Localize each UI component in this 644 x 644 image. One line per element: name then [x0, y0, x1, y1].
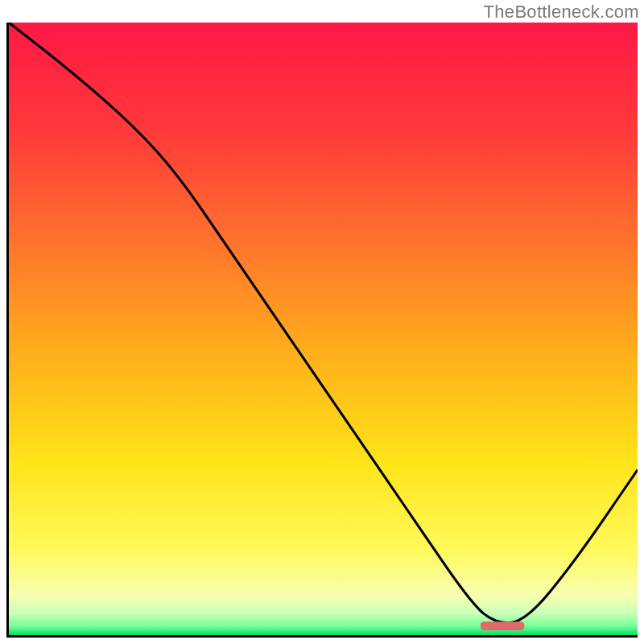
chart-frame: TheBottleneck.com — [0, 0, 644, 644]
svg-rect-0 — [9, 23, 638, 635]
gradient-background — [9, 23, 638, 635]
chart-plot-area — [6, 23, 638, 638]
watermark-label: TheBottleneck.com — [484, 2, 639, 23]
